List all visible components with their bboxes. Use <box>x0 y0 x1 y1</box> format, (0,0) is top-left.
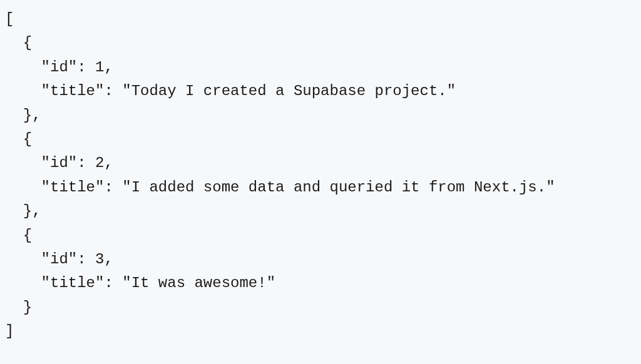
code-line: { <box>5 128 636 151</box>
code-line: { <box>5 224 636 248</box>
code-line: }, <box>5 200 636 223</box>
code-line: }, <box>5 104 636 128</box>
code-line: ] <box>5 320 636 343</box>
code-line: "title": "Today I created a Supabase pro… <box>5 79 636 103</box>
code-line: "title": "It was awesome!" <box>5 271 636 295</box>
code-line: "id": 1, <box>5 56 636 79</box>
code-line: } <box>5 296 636 320</box>
code-line: [ <box>5 8 636 31</box>
code-line: "id": 2, <box>5 151 636 175</box>
code-block: [ { "id": 1, "title": "Today I created a… <box>5 8 636 343</box>
code-line: "title": "I added some data and queried … <box>5 176 636 200</box>
code-line: "id": 3, <box>5 248 636 271</box>
code-line: { <box>5 31 636 55</box>
